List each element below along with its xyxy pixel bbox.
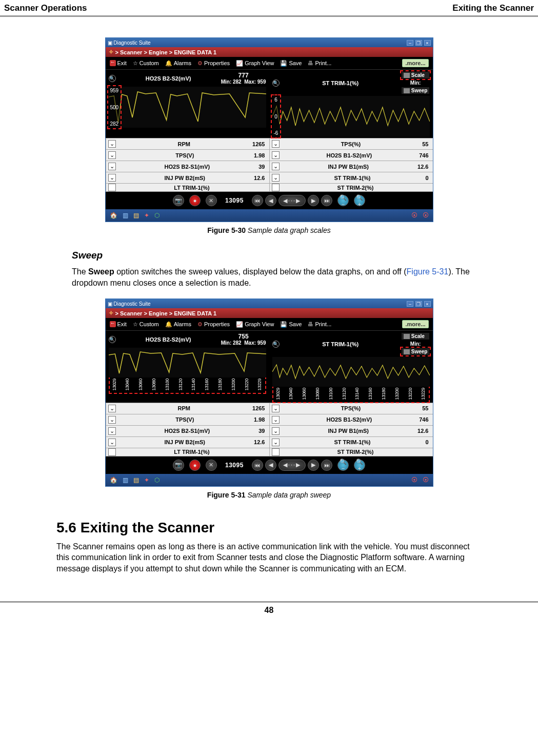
print-button[interactable]: 🖶Print... — [308, 60, 331, 66]
record-button[interactable]: ● — [189, 460, 201, 471]
task-icon[interactable]: ⬡ — [154, 476, 160, 484]
checkbox-icon[interactable]: ⌄ — [108, 416, 116, 424]
magnifier-icon[interactable]: 🔍 — [109, 336, 116, 343]
checkbox-icon[interactable]: ⌄ — [108, 174, 116, 182]
checkbox-icon[interactable]: ⌄ — [108, 427, 116, 435]
checkbox-icon[interactable]: ⌄ — [272, 151, 280, 159]
clear-button[interactable]: ✕ — [206, 460, 217, 471]
list-item[interactable]: ⌄ST TRIM-1(%)0 — [269, 172, 433, 183]
alarms-button[interactable]: 🔔Alarms — [165, 321, 191, 328]
minimize-button[interactable]: – — [407, 301, 413, 307]
checkbox-icon[interactable]: ⌄ — [272, 163, 280, 170]
list-item[interactable]: ⌄RPM1265 — [106, 138, 269, 149]
snapshot-button[interactable]: 📷 — [173, 195, 184, 206]
window-controls[interactable]: – ❐ × — [406, 301, 431, 307]
list-item[interactable]: ST TRIM-2(%) — [269, 184, 433, 192]
list-item[interactable]: ⌄HO2S B2-S1(mV)39 — [106, 161, 269, 172]
skip-end-button[interactable]: ⏭ — [321, 195, 332, 206]
task-icon[interactable]: ▤ — [133, 212, 139, 219]
checkbox-icon[interactable]: ⌄ — [272, 140, 280, 148]
checkbox-icon[interactable]: ⌄ — [272, 439, 280, 446]
list-item[interactable]: ⌄HO2S B2-S1(mV)39 — [106, 426, 269, 436]
window-icon[interactable]: ▥ — [123, 212, 128, 219]
skip-start-button[interactable]: ⏮ — [252, 195, 263, 206]
close-button[interactable]: × — [424, 301, 431, 307]
checkbox-icon[interactable] — [108, 448, 116, 456]
list-item[interactable]: ⌄TPS(V)1.98 — [106, 414, 269, 425]
snapshot-button[interactable]: 📷 — [173, 460, 184, 471]
step-back-button[interactable]: ◀ — [265, 460, 276, 471]
checkbox-icon[interactable] — [272, 184, 280, 191]
list-item[interactable]: LT TRIM-1(%) — [106, 184, 269, 192]
list-item[interactable]: ⌄TPS(V)1.98 — [106, 150, 269, 161]
task-icon[interactable]: ⬡ — [154, 212, 160, 219]
properties-button[interactable]: ⚙Properties — [197, 60, 230, 67]
checkbox-icon[interactable]: ⌄ — [108, 163, 116, 170]
graph-view-button[interactable]: 📈Graph View — [236, 321, 274, 328]
breadcrumb[interactable]: ✧ > Scanner > Engine > ENGINE DATA 1 — [106, 308, 433, 318]
list-item[interactable]: ⌄RPM1265 — [106, 403, 269, 414]
properties-button[interactable]: ⚙Properties — [197, 321, 230, 328]
graph-view-button[interactable]: 📈Graph View — [236, 60, 274, 67]
figure-link[interactable]: Figure 5-31 — [407, 267, 449, 276]
list-item[interactable]: ⌄ST TRIM-1(%)0 — [269, 437, 433, 448]
magnifier-icon[interactable]: 🔍 — [109, 75, 116, 82]
minimize-button[interactable]: – — [407, 40, 413, 46]
clear-button[interactable]: ✕ — [206, 195, 217, 206]
list-item[interactable]: LT TRIM-1(%) — [106, 448, 269, 456]
list-item[interactable]: ⌄INJ PW B1(mS)12.6 — [269, 426, 433, 436]
exit-button[interactable]: Exit — [110, 321, 127, 327]
list-item[interactable]: ⌄INJ PW B2(mS)12.6 — [106, 437, 269, 448]
scale-button[interactable]: Scale — [402, 72, 430, 78]
sweep-button[interactable]: Sweep — [402, 348, 430, 355]
magnifier-icon[interactable]: 🔍 — [272, 341, 280, 348]
print-button[interactable]: 🖶Print... — [308, 321, 331, 327]
sweep-button[interactable]: Sweep — [402, 87, 430, 94]
checkbox-icon[interactable]: ⌄ — [108, 151, 116, 159]
scale-button[interactable]: Scale — [402, 333, 430, 340]
window-icon[interactable]: ▥ — [123, 476, 128, 484]
close-button[interactable]: × — [424, 40, 431, 46]
step-forward-button[interactable]: ▶ — [308, 195, 319, 206]
maximize-button[interactable]: ❐ — [415, 40, 422, 46]
checkbox-icon[interactable]: ⌄ — [272, 174, 280, 182]
maximize-button[interactable]: ❐ — [415, 301, 422, 307]
skip-start-button[interactable]: ⏮ — [252, 460, 263, 471]
breadcrumb[interactable]: ✧ > Scanner > Engine > ENGINE DATA 1 — [106, 47, 433, 57]
zoom-out-button[interactable]: 🔍− — [337, 460, 349, 471]
home-icon[interactable]: 🏠 — [110, 212, 117, 219]
home-icon[interactable]: 🏠 — [110, 476, 117, 484]
more-button[interactable]: .more... — [402, 59, 428, 67]
task-icon[interactable]: ✦ — [144, 476, 149, 484]
list-item[interactable]: ⌄TPS(%)55 — [269, 138, 433, 149]
list-item[interactable]: ⌄TPS(%)55 — [269, 403, 433, 414]
task-icon[interactable]: ▤ — [133, 476, 139, 484]
list-item[interactable]: ST TRIM-2(%) — [269, 448, 433, 456]
scrub-button[interactable]: ◀···▶ — [278, 460, 306, 471]
list-item[interactable]: ⌄HO2S B1-S2(mV)746 — [269, 414, 433, 425]
checkbox-icon[interactable]: ⌄ — [108, 405, 116, 412]
step-forward-button[interactable]: ▶ — [308, 460, 319, 471]
list-item[interactable]: ⌄INJ PW B2(mS)12.6 — [106, 172, 269, 183]
alarms-button[interactable]: 🔔Alarms — [165, 60, 191, 67]
task-icon[interactable]: ✦ — [144, 212, 149, 219]
list-item[interactable]: ⌄INJ PW B1(mS)12.6 — [269, 161, 433, 172]
zoom-in-button[interactable]: 🔍+ — [354, 460, 365, 471]
checkbox-icon[interactable]: ⌄ — [272, 405, 280, 412]
custom-button[interactable]: ☆Custom — [133, 60, 159, 67]
exit-button[interactable]: Exit — [110, 60, 127, 66]
zoom-in-button[interactable]: 🔍+ — [354, 195, 365, 206]
scrub-button[interactable]: ◀···▶ — [278, 195, 306, 206]
checkbox-icon[interactable]: ⌄ — [108, 439, 116, 446]
record-button[interactable]: ● — [189, 195, 201, 206]
custom-button[interactable]: ☆Custom — [133, 321, 159, 328]
checkbox-icon[interactable]: ⌄ — [272, 427, 280, 435]
window-controls[interactable]: – ❐ × — [406, 40, 431, 46]
save-button[interactable]: 💾Save — [280, 321, 302, 328]
checkbox-icon[interactable] — [272, 448, 280, 456]
checkbox-icon[interactable]: ⌄ — [108, 140, 116, 148]
list-item[interactable]: ⌄HO2S B1-S2(mV)746 — [269, 150, 433, 161]
magnifier-icon[interactable]: 🔍 — [272, 79, 280, 87]
save-button[interactable]: 💾Save — [280, 60, 302, 67]
skip-end-button[interactable]: ⏭ — [321, 460, 332, 471]
